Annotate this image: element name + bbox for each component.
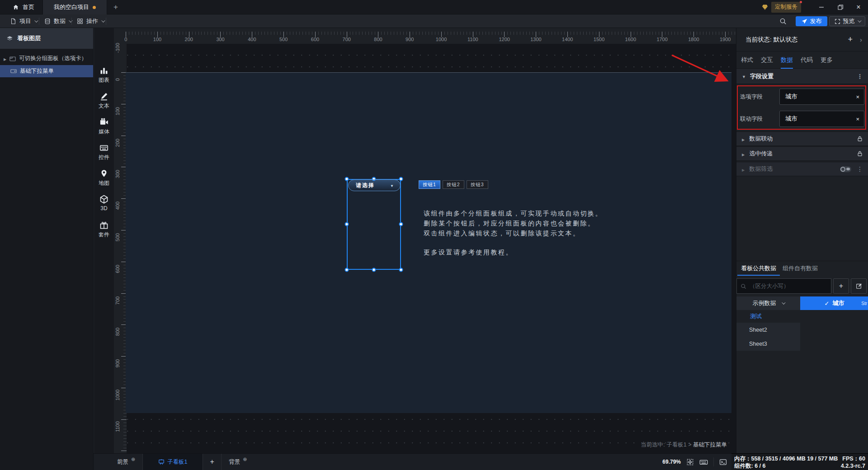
menu-data[interactable]: 数据 (41, 14, 75, 28)
foreground-tab[interactable]: 前景 (94, 454, 142, 470)
dropdown-component[interactable]: 请选择 (348, 179, 401, 191)
divider (39, 18, 39, 25)
section-label: 数据筛选 (749, 165, 773, 173)
dock-item-control[interactable]: 控件 (94, 143, 114, 161)
selection-handle-sw[interactable] (345, 268, 349, 272)
selection-handle-nw[interactable] (345, 177, 349, 181)
section-data-filter[interactable]: 数据筛选 (736, 162, 868, 176)
sheet-item-active[interactable]: 测试 (736, 310, 868, 323)
publish-button[interactable]: 发布 (796, 16, 827, 26)
add-background-icon[interactable] (243, 456, 247, 462)
selection-handle-se[interactable] (399, 268, 403, 272)
memory-stats: 内存：558 / 3515 / 4096 MB 19 / 577 MB (734, 455, 838, 462)
search-button[interactable] (778, 16, 788, 27)
chevron-right-icon[interactable] (860, 36, 862, 43)
section-data-linkage[interactable]: 数据联动 (736, 132, 868, 146)
dock-item-map[interactable]: 地图 (94, 169, 114, 187)
section-selection-pass[interactable]: 选中传递 (736, 146, 868, 161)
tab-data[interactable]: 数据 (781, 52, 793, 69)
menu-project[interactable]: 项目 (6, 14, 41, 28)
layer-item-dropdown[interactable]: 基础下拉菜单 (0, 65, 93, 77)
new-tab-button[interactable] (111, 3, 120, 12)
console-button[interactable] (719, 458, 727, 466)
field-settings-title: 字段设置 (750, 72, 774, 80)
kit-icon (99, 221, 108, 230)
tab-board-shared-data[interactable]: 看板公共数据 (741, 261, 776, 276)
cube-3d-icon (99, 195, 108, 204)
field-settings-header[interactable]: 字段设置 (736, 69, 868, 84)
add-foreground-icon[interactable] (131, 456, 135, 462)
custom-service[interactable]: 定制服务 (761, 2, 801, 12)
chart-icon (99, 66, 108, 75)
dropdown-widget-icon (10, 68, 17, 74)
dock-item-kit[interactable]: 套件 (94, 221, 114, 239)
edit-data-button[interactable] (851, 278, 867, 294)
dock-item-chart[interactable]: 图表 (94, 66, 114, 84)
sheet-item[interactable]: Sheet2 (736, 323, 800, 337)
selection-box[interactable] (347, 179, 401, 270)
kebab-menu-icon[interactable] (857, 73, 863, 80)
clear-field-icon[interactable] (856, 94, 859, 100)
expand-caret-icon[interactable] (742, 150, 745, 157)
dock-item-media[interactable]: 媒体 (94, 118, 114, 136)
fit-screen-button[interactable] (686, 458, 694, 466)
layer-item-tab-panel[interactable]: 可切换分组面板（选项卡） (0, 52, 93, 65)
dock-item-3d[interactable]: 3D (94, 195, 114, 212)
sheet-item[interactable]: Sheet3 (736, 337, 800, 351)
data-source-select[interactable]: 示例数据 (736, 296, 800, 310)
selection-handle-s[interactable] (372, 268, 376, 272)
selected-field-chip[interactable]: 城市 Str (800, 296, 868, 310)
data-search-box[interactable] (736, 278, 831, 294)
zoom-level: 69.79% (662, 459, 681, 465)
tab-style[interactable]: 样式 (741, 52, 753, 69)
dock-item-text[interactable]: 文本 (94, 92, 114, 110)
component-description: 该组件由多个分组面板组成，可实现手动或自动切换。 删除某个按钮后，对应分组面板的… (424, 208, 603, 257)
selection-handle-w[interactable] (345, 222, 349, 226)
window-maximize-button[interactable] (833, 0, 848, 14)
collapse-caret-icon[interactable] (742, 73, 746, 80)
data-filter-toggle[interactable] (840, 166, 851, 172)
selection-info-name: 基础下拉菜单 (693, 442, 727, 448)
clear-field-icon[interactable] (856, 116, 859, 122)
group-button-3[interactable]: 按钮3 (467, 180, 488, 189)
add-subboard-button[interactable] (203, 458, 221, 466)
window-close-button[interactable] (851, 0, 866, 14)
shortcut-keys-button[interactable] (699, 458, 708, 466)
background-tab[interactable]: 背景 (222, 454, 254, 470)
option-field-input[interactable]: 城市 (779, 89, 864, 105)
subboard-tab[interactable]: 子看板1 (143, 454, 203, 470)
expand-caret-icon[interactable] (742, 136, 745, 142)
menu-operation[interactable]: 操作 (73, 14, 108, 28)
current-state-row: 当前状态: 默认状态 (736, 28, 868, 52)
data-search-input[interactable] (750, 283, 822, 289)
project-tab[interactable]: 我的空白项目 (42, 0, 107, 14)
selection-handle-ne[interactable] (399, 177, 403, 181)
home-tab[interactable]: 首页 (8, 0, 39, 14)
dock-item-label: 地图 (99, 179, 109, 187)
layers-panel-header: 看板图层 (0, 28, 93, 49)
preview-button[interactable]: 预览 (829, 16, 865, 26)
preview-label: 预览 (843, 17, 855, 25)
kebab-menu-icon[interactable] (857, 165, 863, 173)
sheet-list: Sheet2 Sheet3 (736, 323, 800, 351)
selected-field-label: 城市 (832, 299, 844, 307)
foreground-label: 前景 (117, 458, 128, 466)
window-minimize-button[interactable] (814, 0, 829, 14)
tab-component-own-data[interactable]: 组件自有数据 (783, 261, 818, 276)
add-state-button[interactable] (848, 35, 853, 44)
tab-interaction[interactable]: 交互 (761, 52, 773, 69)
home-icon (13, 4, 19, 10)
selection-handle-e[interactable] (399, 222, 403, 226)
tab-more[interactable]: 更多 (821, 52, 833, 69)
group-button-1[interactable]: 按钮1 (419, 180, 440, 189)
data-search-row (736, 276, 868, 296)
group-button-2[interactable]: 按钮2 (443, 180, 464, 189)
chevron-down-icon (34, 19, 38, 22)
linkage-field-input[interactable]: 城市 (779, 111, 864, 127)
expand-caret-icon[interactable] (742, 166, 745, 173)
dock-item-label: 3D (100, 205, 107, 212)
tab-code[interactable]: 代码 (801, 52, 813, 69)
version-label: 4.2.3-rc.7 (841, 462, 865, 470)
add-data-button[interactable] (833, 278, 849, 294)
expand-caret-icon[interactable] (4, 56, 6, 62)
